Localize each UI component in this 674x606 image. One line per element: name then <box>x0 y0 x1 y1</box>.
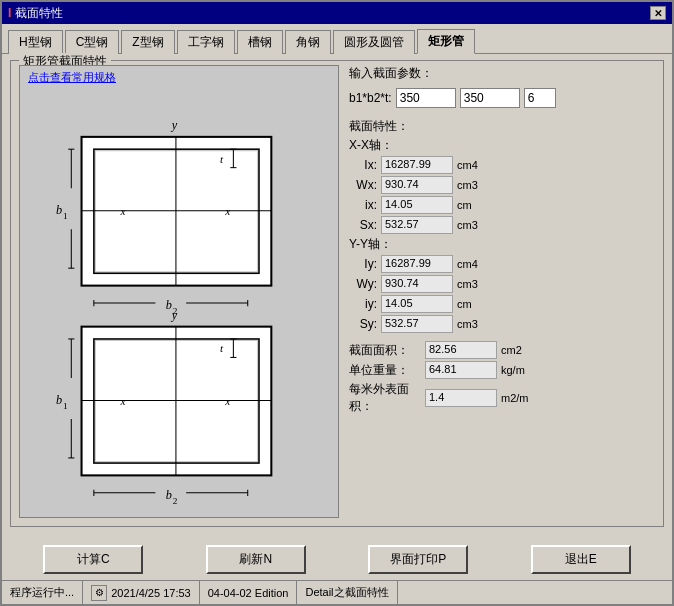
content-row: 点击查看常用规格 <box>19 65 655 518</box>
ix-small-label: ix: <box>349 198 377 212</box>
sy-value: 532.57 <box>381 315 453 333</box>
tab-i-beam[interactable]: 工字钢 <box>177 30 235 54</box>
tab-round[interactable]: 圆形及圆管 <box>333 30 415 54</box>
properties-section: 截面特性： X-X轴： Ix: 16287.99 cm4 Wx: 930.74 … <box>349 118 655 417</box>
tab-z-beam[interactable]: Z型钢 <box>121 30 174 54</box>
prop-row-iy-small: iy: 14.05 cm <box>349 295 655 313</box>
weight-value: 64.81 <box>425 361 497 379</box>
summary-row-weight: 单位重量： 64.81 kg/m <box>349 361 655 379</box>
prop-row-ix-small: ix: 14.05 cm <box>349 196 655 214</box>
input-row-params: b1*b2*t: <box>349 88 655 108</box>
sx-label: Sx: <box>349 218 377 232</box>
tab-angle[interactable]: 角钢 <box>285 30 331 54</box>
ix-small-value: 14.05 <box>381 196 453 214</box>
yy-axis-label: Y-Y轴： <box>349 236 655 253</box>
ix-label: Ix: <box>349 158 377 172</box>
calc-button[interactable]: 计算C <box>43 545 143 574</box>
status-icon-item: ⚙ 2021/4/25 17:53 <box>83 581 200 604</box>
svg-text:b: b <box>166 488 172 502</box>
app-icon: I <box>8 6 11 20</box>
b2-input[interactable] <box>460 88 520 108</box>
svg-text:x: x <box>120 395 126 407</box>
status-running: 程序运行中... <box>2 581 83 604</box>
exit-button[interactable]: 退出E <box>531 545 631 574</box>
surface-unit: m2/m <box>501 392 529 404</box>
svg-text:1: 1 <box>63 211 68 221</box>
iy-label: Iy: <box>349 257 377 271</box>
main-window: I 截面特性 ✕ H型钢 C型钢 Z型钢 工字钢 槽钢 角钢 圆形及圆管 矩形管… <box>0 0 674 606</box>
weight-label: 单位重量： <box>349 362 421 379</box>
wy-unit: cm3 <box>457 278 485 290</box>
prop-row-ix: Ix: 16287.99 cm4 <box>349 156 655 174</box>
weight-unit: kg/m <box>501 364 525 376</box>
print-button[interactable]: 界面打印P <box>368 545 468 574</box>
input-section: 输入截面参数： b1*b2*t: <box>349 65 655 108</box>
status-icon: ⚙ <box>91 585 107 601</box>
summary-row-area: 截面面积： 82.56 cm2 <box>349 341 655 359</box>
ix-value: 16287.99 <box>381 156 453 174</box>
ix-small-unit: cm <box>457 199 485 211</box>
wy-value: 930.74 <box>381 275 453 293</box>
area-label: 截面面积： <box>349 342 421 359</box>
prop-row-sx: Sx: 532.57 cm3 <box>349 216 655 234</box>
input-section-header: 输入截面参数： <box>349 65 655 82</box>
status-edition: 04-04-02 Edition <box>200 581 298 604</box>
prop-row-iy: Iy: 16287.99 cm4 <box>349 255 655 273</box>
svg-text:1: 1 <box>63 401 68 411</box>
button-bar: 计算C 刷新N 界面打印P 退出E <box>2 539 672 580</box>
b1-input[interactable] <box>396 88 456 108</box>
prop-row-sy: Sy: 532.57 cm3 <box>349 315 655 333</box>
svg-text:y: y <box>170 118 178 132</box>
iy-small-unit: cm <box>457 298 485 310</box>
tab-rect[interactable]: 矩形管 <box>417 29 475 54</box>
svg-text:2: 2 <box>173 496 178 506</box>
iy-value: 16287.99 <box>381 255 453 273</box>
main-content: 矩形管截面特性 点击查看常用规格 <box>2 54 672 539</box>
tabs-bar: H型钢 C型钢 Z型钢 工字钢 槽钢 角钢 圆形及圆管 矩形管 <box>2 24 672 54</box>
tab-h-beam[interactable]: H型钢 <box>8 30 63 54</box>
close-button[interactable]: ✕ <box>650 6 666 20</box>
title-bar: I 截面特性 ✕ <box>2 2 672 24</box>
properties-header: 截面特性： <box>349 118 655 135</box>
wy-label: Wy: <box>349 277 377 291</box>
tab-channel[interactable]: 槽钢 <box>237 30 283 54</box>
sy-unit: cm3 <box>457 318 485 330</box>
status-detail: Detail之截面特性 <box>297 581 397 604</box>
svg-text:x: x <box>120 205 126 217</box>
sx-value: 532.57 <box>381 216 453 234</box>
prop-row-wy: Wy: 930.74 cm3 <box>349 275 655 293</box>
param-label: b1*b2*t: <box>349 91 392 105</box>
t-input[interactable] <box>524 88 556 108</box>
summary-row-surface: 每米外表面积： 1.4 m2/m <box>349 381 655 415</box>
ix-unit: cm4 <box>457 159 485 171</box>
cross-section-diagram: y b 1 x x t b <box>20 85 338 517</box>
status-bar: 程序运行中... ⚙ 2021/4/25 17:53 04-04-02 Edit… <box>2 580 672 604</box>
sx-unit: cm3 <box>457 219 485 231</box>
wx-label: Wx: <box>349 178 377 192</box>
tab-c-beam[interactable]: C型钢 <box>65 30 120 54</box>
status-date: 2021/4/25 <box>111 587 160 599</box>
title-bar-left: I 截面特性 <box>8 5 63 22</box>
right-panel: 输入截面参数： b1*b2*t: 截面特性： X-X轴： <box>349 65 655 518</box>
surface-label: 每米外表面积： <box>349 381 421 415</box>
wx-value: 930.74 <box>381 176 453 194</box>
status-time: 17:53 <box>163 587 191 599</box>
xx-axis-label: X-X轴： <box>349 137 655 154</box>
window-title: 截面特性 <box>15 5 63 22</box>
iy-small-label: iy: <box>349 297 377 311</box>
wx-unit: cm3 <box>457 179 485 191</box>
svg-text:x: x <box>224 395 230 407</box>
iy-small-value: 14.05 <box>381 295 453 313</box>
refresh-button[interactable]: 刷新N <box>206 545 306 574</box>
svg-text:b: b <box>56 203 62 217</box>
sy-label: Sy: <box>349 317 377 331</box>
svg-text:b: b <box>56 393 62 407</box>
iy-unit: cm4 <box>457 258 485 270</box>
svg-text:y: y <box>170 308 178 322</box>
svg-text:x: x <box>224 205 230 217</box>
diagram-area: 点击查看常用规格 <box>19 65 339 518</box>
group-box: 矩形管截面特性 点击查看常用规格 <box>10 60 664 527</box>
common-specs-link[interactable]: 点击查看常用规格 <box>28 70 116 85</box>
surface-value: 1.4 <box>425 389 497 407</box>
area-unit: cm2 <box>501 344 522 356</box>
